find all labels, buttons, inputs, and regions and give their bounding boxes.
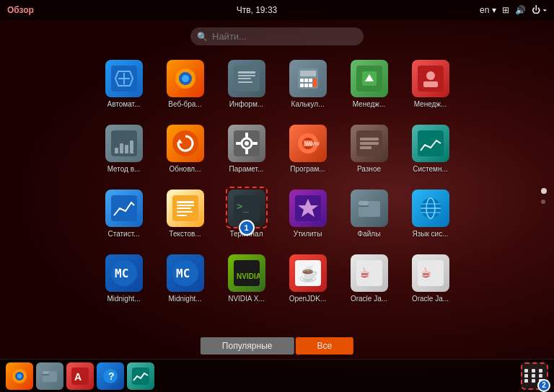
app-item-settings[interactable]: Парамет... [216,119,277,184]
app-item-utils[interactable]: Утилиты [277,184,338,249]
app-item-software[interactable]: WWWПрограм... [277,119,338,184]
network-icon[interactable]: ⊞ [502,5,509,15]
app-icon-manager2 [412,60,449,97]
app-icon-oracle2: ☕ [412,254,449,292]
taskbar-tb-files[interactable] [36,362,63,390]
svg-rect-46 [360,142,379,145]
app-icon-firefox [167,60,204,97]
svg-rect-40 [252,142,258,145]
taskbar-tb-software[interactable]: A [66,362,94,390]
app-item-misc[interactable]: Разное [338,119,400,184]
app-item-manager1[interactable]: Менедж... [338,54,400,119]
app-item-system[interactable]: Системн... [400,119,461,184]
svg-text:☕: ☕ [299,264,319,283]
app-icon-text [167,190,204,227]
topbar-right-icons: en ▾ ⊞ 🔊 ⏻ ▾ [480,5,547,15]
app-label-oracle2: Oracle Ja... [412,295,449,303]
app-item-stats[interactable]: Статист... [93,184,154,249]
app-item-calc[interactable]: Калькул... [277,54,338,119]
app-item-text[interactable]: Текстов... [154,184,216,249]
app-grid-button[interactable]: 2 [521,362,548,390]
svg-rect-85 [43,371,49,374]
svg-point-82 [17,374,22,378]
app-item-midnight1[interactable]: MCMidnight... [93,249,154,313]
svg-point-36 [245,141,249,146]
scroll-dot-2 [541,200,545,204]
app-item-oracle1[interactable]: ☕Oracle Ja... [338,249,400,313]
app-item-update[interactable]: Обновл... [154,119,216,184]
svg-rect-11 [238,81,252,83]
app-item-lang[interactable]: Язык сис... [400,184,461,249]
tab-popular[interactable]: Популярные [201,337,294,355]
svg-rect-51 [177,201,194,203]
app-label-files: Файлы [358,230,381,238]
svg-text:>_: >_ [237,200,249,213]
taskbar-tb-firefox[interactable] [6,362,33,390]
svg-rect-29 [120,143,123,153]
app-icon-midnight2: MC [167,254,204,292]
app-icon-system [412,125,449,162]
taskbar-apps: A? [6,362,154,390]
svg-rect-53 [177,208,191,209]
svg-rect-54 [177,211,193,213]
taskbar-tb-monitor[interactable] [127,362,154,390]
svg-rect-19 [309,84,312,87]
tab-all[interactable]: Все [295,337,353,355]
grid-button-badge: 2 [537,379,550,392]
app-label-lang: Язык сис... [412,230,448,238]
app-item-nvidia[interactable]: NVIDIANVIDIA X... [216,249,277,313]
taskbar-right: 2 [521,362,548,390]
svg-rect-13 [300,71,316,76]
app-icon-utils [289,190,327,227]
app-item-terminal[interactable]: >_1Терминал [216,184,277,249]
app-label-manager1: Менедж... [353,100,386,108]
svg-rect-15 [304,79,308,82]
app-icon-info [228,60,265,97]
app-item-firefox[interactable]: Веб-бра... [154,54,216,119]
app-label-software: Програм... [290,165,325,173]
lang-indicator[interactable]: en ▾ [480,5,496,15]
app-item-midnight2[interactable]: MCMidnight... [154,249,216,313]
svg-text:MC: MC [176,267,190,280]
svg-rect-30 [125,145,128,153]
svg-rect-28 [115,148,118,153]
app-item-openjdk[interactable]: ☕OpenJDK... [277,249,338,313]
app-item-info[interactable]: Информ... [216,54,277,119]
app-label-automation: Автомат... [107,100,141,108]
svg-rect-26 [423,81,438,87]
search-bar: 🔍 [190,27,364,45]
app-label-midnight1: Midnight... [107,295,140,303]
svg-rect-49 [111,195,137,221]
svg-rect-62 [359,201,369,205]
svg-rect-38 [245,149,248,154]
svg-point-25 [426,71,435,80]
svg-text:?: ? [108,370,115,382]
app-label-method: Метод в... [107,165,141,173]
volume-icon[interactable]: 🔊 [515,5,526,15]
app-item-manager2[interactable]: Менедж... [400,54,461,119]
app-item-method[interactable]: Метод в... [93,119,154,184]
topbar: Обзор Чтв, 19:33 en ▾ ⊞ 🔊 ⏻ ▾ [0,0,554,20]
app-item-files[interactable]: Файлы [338,184,400,249]
svg-rect-31 [130,141,133,153]
svg-rect-37 [245,133,248,138]
app-icon-lang [412,190,449,227]
app-label-settings: Парамет... [229,165,264,173]
app-item-oracle2[interactable]: ☕Oracle Ja... [400,249,461,313]
overview-label: Обзор [7,5,34,15]
search-input[interactable] [190,27,364,45]
app-icon-calc [289,60,327,97]
app-label-manager2: Менедж... [414,100,447,108]
svg-rect-55 [177,215,187,216]
svg-text:☕: ☕ [421,263,431,281]
app-label-oracle1: Oracle Ja... [351,295,387,303]
svg-rect-16 [309,79,312,82]
taskbar-tb-help[interactable]: ? [97,362,124,390]
power-icon[interactable]: ⏻ ▾ [532,5,547,15]
app-grid: Автомат...Веб-бра...Информ...Калькул...М… [93,54,461,313]
svg-text:NVIDIA: NVIDIA [237,272,260,280]
app-label-info: Информ... [229,100,263,108]
app-label-misc: Разное [357,165,381,173]
tab-bar: Популярные Все [201,337,353,355]
app-item-automation[interactable]: Автомат... [93,54,154,119]
